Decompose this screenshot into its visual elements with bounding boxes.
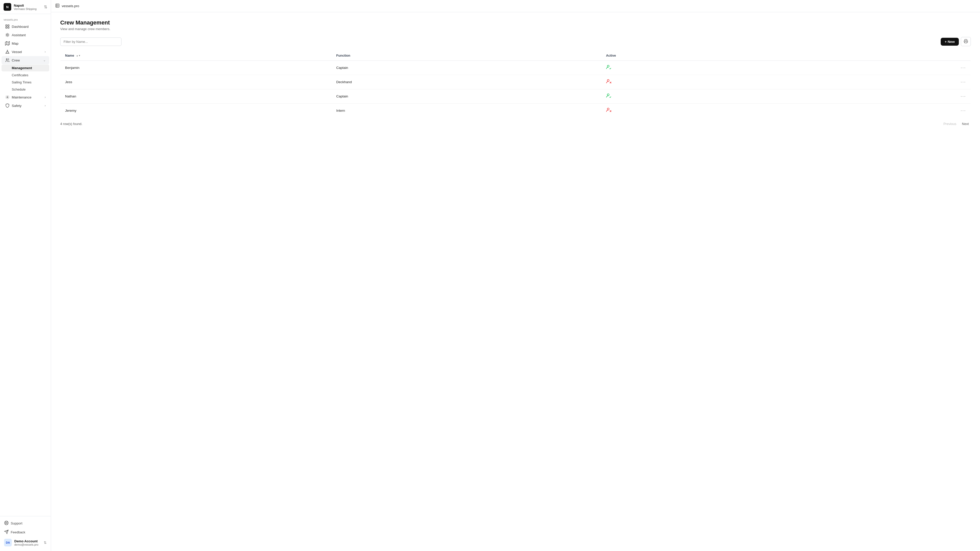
col-function: Function [332, 51, 601, 61]
sidebar-item-dashboard[interactable]: Dashboard [2, 22, 49, 30]
svg-point-17 [7, 97, 8, 98]
feedback-label: Feedback [11, 530, 25, 534]
filter-input[interactable] [60, 38, 121, 46]
cell-function: Deckhand [332, 75, 601, 89]
page-subtitle: View and manage crew members. [60, 27, 971, 31]
cell-active [601, 89, 810, 103]
col-name[interactable]: Name ▲▼ [60, 51, 332, 61]
management-label: Management [12, 66, 32, 70]
safety-icon [5, 103, 10, 108]
map-icon [5, 41, 10, 46]
feedback-icon [4, 530, 9, 535]
sidebar-toggle-button[interactable]: ⇅ [44, 5, 47, 10]
account-email: demo@vessels.pro [14, 543, 38, 546]
cell-active [601, 61, 810, 75]
sidebar-item-crew[interactable]: Crew ⌄ [2, 56, 49, 64]
svg-point-16 [6, 59, 8, 60]
sidebar-item-schedule[interactable]: Schedule [2, 86, 49, 93]
sidebar-footer: Support Feedback DA Demo Account demo@ve… [0, 516, 51, 551]
sidebar-item-maintenance[interactable]: Maintenance › [2, 93, 49, 101]
svg-rect-1 [8, 25, 9, 26]
sidebar-item-assistant[interactable]: Assistant [2, 31, 49, 39]
row-actions-menu[interactable]: ··· [815, 79, 966, 85]
crew-sub-nav: Management Certificates Sailing Times Sc… [0, 65, 51, 93]
sidebar-item-safety[interactable]: Safety › [2, 102, 49, 110]
svg-marker-13 [5, 41, 10, 45]
crew-icon [5, 58, 10, 62]
cell-actions[interactable]: ··· [811, 89, 971, 103]
feedback-item[interactable]: Feedback [2, 528, 49, 537]
toolbar-right: + New [941, 37, 971, 46]
account-expand-icon: ⇅ [44, 540, 47, 545]
svg-rect-2 [6, 27, 7, 28]
maintenance-chevron-icon: › [45, 95, 46, 99]
print-button[interactable] [961, 37, 971, 46]
table-row: Benjamin Captain ··· [60, 61, 971, 75]
vessel-chevron-icon: › [45, 50, 46, 54]
sort-icon: ▲▼ [76, 55, 81, 57]
account-switcher[interactable]: DA Demo Account demo@vessels.pro ⇅ [2, 537, 49, 548]
sidebar-header: N Napoli Vermaas Shipping ⇅ [0, 0, 51, 14]
svg-rect-26 [56, 4, 59, 7]
sidebar: N Napoli Vermaas Shipping ⇅ vessels.pro … [0, 0, 51, 551]
svg-point-35 [608, 94, 609, 96]
previous-button[interactable]: Previous [942, 121, 959, 127]
svg-rect-0 [6, 25, 7, 26]
account-info: Demo Account demo@vessels.pro [14, 539, 38, 546]
row-actions-menu[interactable]: ··· [815, 108, 966, 113]
sidebar-nav: vessels.pro Dashboard Assistant Map [0, 14, 51, 516]
svg-point-31 [608, 65, 609, 67]
row-actions-menu[interactable]: ··· [815, 94, 966, 99]
table-row: Nathan Captain ··· [60, 89, 971, 103]
sidebar-item-label-crew: Crew [12, 59, 20, 62]
svg-point-36 [608, 108, 609, 110]
sidebar-item-label-safety: Safety [12, 104, 21, 108]
sidebar-item-vessel[interactable]: Vessel › [2, 48, 49, 56]
page-title: Crew Management [60, 19, 971, 26]
svg-line-11 [6, 36, 6, 36]
certificates-label: Certificates [12, 73, 28, 77]
sidebar-item-certificates[interactable]: Certificates [2, 72, 49, 79]
table-row: Jess Deckhand ··· [60, 75, 971, 89]
crew-chevron-icon: ⌄ [43, 59, 46, 62]
sidebar-item-label-map: Map [12, 41, 18, 45]
vessel-icon [5, 49, 10, 54]
sidebar-item-label-maintenance: Maintenance [12, 95, 32, 99]
cell-actions[interactable]: ··· [811, 61, 971, 75]
cell-name: Jess [60, 75, 332, 89]
sidebar-item-map[interactable]: Map [2, 39, 49, 48]
svg-line-22 [7, 522, 8, 522]
sidebar-section-label: vessels.pro [0, 16, 51, 22]
support-item[interactable]: Support [2, 519, 49, 528]
col-actions [811, 51, 971, 61]
sidebar-item-label-assistant: Assistant [12, 33, 26, 37]
schedule-label: Schedule [12, 87, 25, 91]
cell-actions[interactable]: ··· [811, 75, 971, 89]
sailing-times-label: Sailing Times [12, 80, 32, 84]
svg-line-21 [7, 524, 8, 524]
cell-actions[interactable]: ··· [811, 103, 971, 118]
active-icon [606, 65, 611, 71]
account-avatar: DA [4, 539, 12, 546]
inactive-icon [606, 108, 611, 114]
org-name: Napoli [14, 3, 37, 7]
svg-line-23 [5, 524, 6, 524]
svg-rect-3 [8, 27, 9, 28]
cell-name: Nathan [60, 89, 332, 103]
svg-line-10 [8, 36, 9, 36]
cell-active [601, 103, 810, 118]
svg-line-20 [5, 522, 6, 522]
col-active: Active [601, 51, 810, 61]
sidebar-item-sailing-times[interactable]: Sailing Times [2, 79, 49, 86]
row-actions-menu[interactable]: ··· [815, 65, 966, 70]
main-content: Crew Management View and manage crew mem… [51, 12, 980, 551]
sidebar-item-management[interactable]: Management [2, 65, 49, 71]
cell-name: Jeremy [60, 103, 332, 118]
new-button[interactable]: + New [941, 38, 959, 46]
next-button[interactable]: Next [960, 121, 971, 127]
sidebar-item-label-dashboard: Dashboard [12, 25, 29, 29]
cell-active [601, 75, 810, 89]
topbar: vessels.pro [51, 0, 980, 12]
support-label: Support [11, 521, 22, 525]
table-footer: 4 row(s) found. Previous Next [60, 121, 971, 127]
